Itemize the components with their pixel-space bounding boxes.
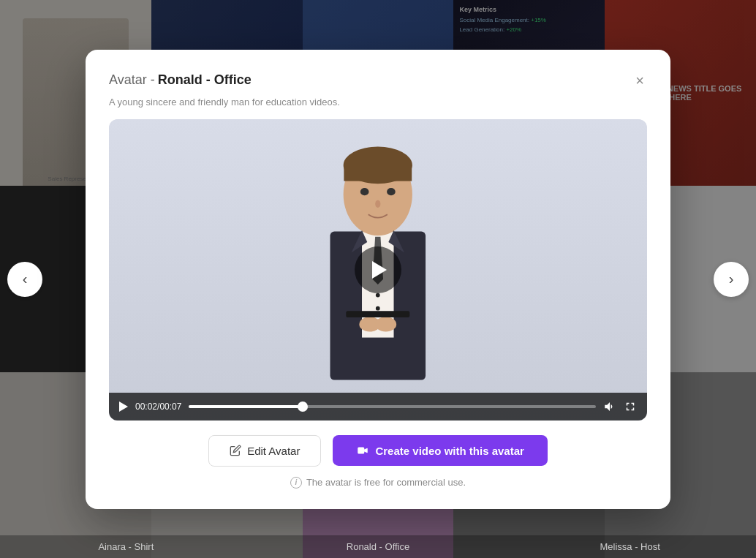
current-time: 00:02 bbox=[135, 401, 157, 412]
modal-header: Avatar - Ronald - Office × bbox=[109, 69, 647, 90]
video-camera-icon bbox=[356, 444, 369, 457]
bottom-label-ronald: Ronald - Office bbox=[252, 535, 504, 558]
edit-avatar-button[interactable]: Edit Avatar bbox=[208, 435, 321, 467]
video-controls-bar: 00:02/00:07 bbox=[109, 393, 647, 421]
svg-rect-5 bbox=[344, 165, 412, 181]
svg-rect-15 bbox=[346, 311, 409, 317]
svg-point-14 bbox=[376, 306, 380, 311]
fullscreen-icon bbox=[624, 400, 637, 413]
chevron-left-icon: ‹ bbox=[23, 271, 28, 287]
title-prefix: Avatar - bbox=[109, 72, 155, 88]
video-play-button[interactable] bbox=[119, 401, 128, 412]
svg-point-12 bbox=[375, 317, 396, 331]
play-icon bbox=[372, 260, 387, 278]
svg-point-6 bbox=[360, 188, 369, 195]
progress-fill bbox=[189, 405, 303, 408]
volume-icon bbox=[603, 400, 616, 413]
action-buttons-row: Edit Avatar Create video with this avata… bbox=[109, 435, 647, 467]
modal-subtitle: A young sincere and friendly man for edu… bbox=[109, 96, 647, 107]
video-time: 00:02/00:07 bbox=[135, 401, 181, 412]
commercial-note-text: The avatar is free for commercial use. bbox=[306, 477, 466, 488]
video-play-icon bbox=[119, 401, 128, 412]
title-bold: Ronald - Office bbox=[158, 72, 252, 88]
create-button-label: Create video with this avatar bbox=[375, 445, 523, 457]
commercial-note: i The avatar is free for commercial use. bbox=[109, 477, 647, 489]
bottom-label-melissa: Melissa - Host bbox=[504, 535, 756, 558]
info-icon: i bbox=[290, 477, 302, 489]
bottom-label-ainara: Ainara - Shirt bbox=[0, 535, 252, 558]
progress-thumb bbox=[298, 401, 308, 412]
prev-arrow-button[interactable]: ‹ bbox=[7, 262, 42, 297]
svg-point-13 bbox=[376, 293, 380, 298]
play-button-overlay[interactable] bbox=[355, 246, 401, 293]
close-button[interactable]: × bbox=[632, 69, 647, 90]
volume-button[interactable] bbox=[603, 400, 616, 413]
chevron-right-icon: › bbox=[729, 271, 734, 287]
bottom-labels: Ainara - Shirt Ronald - Office Melissa -… bbox=[0, 535, 756, 558]
svg-point-8 bbox=[375, 200, 380, 208]
svg-point-7 bbox=[387, 188, 396, 195]
next-arrow-button[interactable]: › bbox=[714, 262, 749, 297]
edit-button-label: Edit Avatar bbox=[247, 445, 300, 457]
modal-title: Avatar - Ronald - Office bbox=[109, 72, 252, 88]
avatar-modal: Avatar - Ronald - Office × A young since… bbox=[86, 49, 670, 508]
video-container: 00:02/00:07 bbox=[109, 118, 647, 420]
edit-icon bbox=[230, 445, 241, 456]
close-icon: × bbox=[635, 72, 644, 87]
total-time: 00:07 bbox=[159, 401, 181, 412]
video-progress-bar[interactable] bbox=[189, 405, 596, 408]
fullscreen-button[interactable] bbox=[624, 400, 637, 413]
create-video-button[interactable]: Create video with this avatar bbox=[333, 435, 547, 466]
